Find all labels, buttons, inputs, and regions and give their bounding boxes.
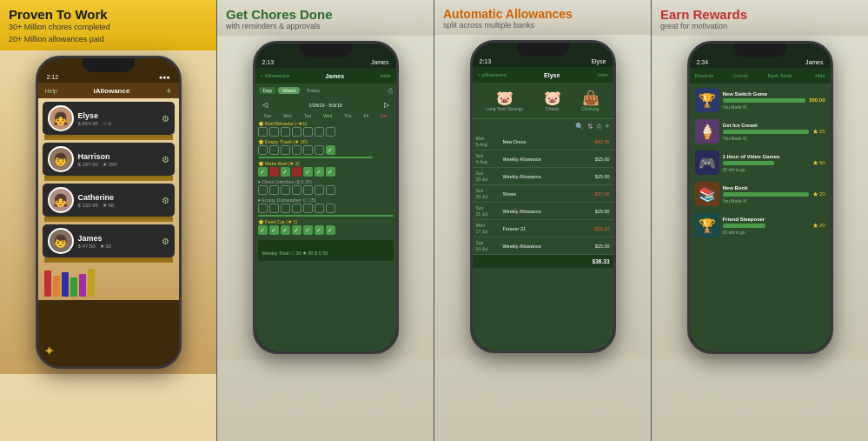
- bank-tab-charity[interactable]: 🐷 Charity: [544, 90, 561, 111]
- tab-week[interactable]: Week: [278, 87, 300, 94]
- panel-get-chores-done: Get Chores Done with reminders & approva…: [216, 0, 434, 441]
- cb[interactable]: [292, 145, 301, 155]
- cb[interactable]: [269, 145, 279, 155]
- reward-item-sleepover: 🏆 Friend Sleepover 20 left to go. ★ 20: [693, 211, 827, 239]
- cb-checked[interactable]: ✓: [326, 225, 335, 235]
- p4-hide[interactable]: Hide: [815, 73, 825, 78]
- reward-thumb-videogames: 🎮: [695, 150, 719, 175]
- cb-checked[interactable]: ✓: [315, 225, 324, 235]
- tab-day[interactable]: Day: [259, 87, 277, 94]
- reward-status-sleepover: 20 left to go.: [723, 230, 809, 235]
- cb[interactable]: [258, 185, 268, 195]
- cb[interactable]: [303, 127, 313, 137]
- cb[interactable]: [292, 185, 301, 195]
- cb[interactable]: [303, 145, 313, 155]
- cb-checked[interactable]: ✓: [326, 167, 335, 177]
- cb[interactable]: [292, 127, 301, 137]
- day-wed: Wed: [323, 113, 332, 118]
- cb[interactable]: [315, 145, 324, 155]
- user-name-james: James: [78, 234, 157, 243]
- cb-checked[interactable]: ✓: [292, 225, 301, 235]
- reward-status-videogames: 20 left to go.: [723, 167, 809, 172]
- gear-icon-elyse[interactable]: ⚙: [162, 114, 169, 124]
- cb-red[interactable]: [269, 167, 279, 177]
- cb[interactable]: [269, 185, 279, 195]
- chore-empty-trash: ⭐ Empty Trash (★ 20) ✓: [258, 139, 394, 158]
- phone-3: 2:13 Elyse < iAllowance Elyse Hide 🐷 Lon…: [470, 40, 616, 353]
- reward-status-icecream: You Made It!: [723, 136, 809, 141]
- cb[interactable]: [303, 204, 313, 213]
- cb[interactable]: [281, 145, 290, 155]
- cb[interactable]: [269, 127, 279, 137]
- search-icon[interactable]: 🔍: [575, 123, 584, 130]
- chore-make-bed: ⭐ Make Bed (★ 2) ✓ ✓ ✓ ✓ ✓: [258, 161, 394, 177]
- reward-thumb-book: 📚: [695, 182, 719, 206]
- phone-2-notch: [300, 43, 352, 57]
- panel-2-subtitle: with reminders & approvals: [226, 22, 425, 30]
- p2-nav-hide[interactable]: Hide: [380, 73, 390, 78]
- star-icon-icecream: ★: [812, 128, 818, 136]
- cb-checked[interactable]: ✓: [315, 167, 324, 177]
- phone-3-notch: [517, 43, 569, 57]
- panel-3-subtitle: split across multiple banks: [443, 21, 642, 30]
- p4-nav-rewards[interactable]: Rewards: [695, 73, 714, 78]
- p4-nav-chores[interactable]: Chores: [733, 73, 749, 78]
- add-transaction-icon[interactable]: +: [605, 122, 609, 130]
- cb[interactable]: [315, 185, 324, 195]
- cb[interactable]: [269, 204, 279, 213]
- reward-bar-videogames: [723, 161, 775, 165]
- chores-screen: 2:13 James < iAllowance James Hide Day W…: [255, 43, 396, 351]
- cb[interactable]: [281, 127, 290, 137]
- stars-sleepover: 20: [819, 223, 825, 228]
- stars-book: 20: [819, 191, 825, 197]
- cb-checked[interactable]: ✓: [303, 167, 313, 177]
- bank-tab-longterm[interactable]: 🐷 Long Term Savings: [486, 90, 523, 111]
- filter-icon[interactable]: ⇅: [587, 123, 593, 130]
- panel-4-subtitle: great for motivation: [660, 22, 859, 30]
- cb[interactable]: [258, 204, 268, 213]
- tab-today[interactable]: Today: [301, 87, 324, 94]
- cb-checked[interactable]: ✓: [326, 145, 335, 155]
- cb[interactable]: [315, 127, 324, 137]
- cb-red[interactable]: [292, 167, 301, 177]
- cb[interactable]: [258, 127, 268, 137]
- p3-nav-hide[interactable]: Hide: [597, 72, 607, 77]
- share-icon[interactable]: ⎙: [597, 123, 601, 130]
- gear-icon-james[interactable]: ⚙: [162, 237, 169, 246]
- cb-checked[interactable]: ✓: [303, 225, 313, 235]
- cb-checked[interactable]: ✓: [281, 225, 290, 235]
- cb[interactable]: [258, 145, 268, 155]
- p1-signal: ●●●: [159, 74, 170, 80]
- p3-nav-back[interactable]: < iAllowance: [478, 72, 507, 77]
- cb-checked[interactable]: ✓: [281, 167, 290, 177]
- p3-time: 2:13: [480, 58, 492, 64]
- gear-icon-harrison[interactable]: ⚙: [162, 155, 169, 164]
- transaction-row-5: Sun21-Jul Weekly Allowance $15.00: [473, 203, 613, 220]
- p1-help[interactable]: Help: [45, 88, 57, 94]
- cb[interactable]: [292, 204, 301, 213]
- week-next[interactable]: ▷: [384, 101, 389, 109]
- cb[interactable]: [281, 204, 290, 213]
- cb[interactable]: [326, 204, 335, 213]
- cb-checked[interactable]: ✓: [269, 225, 279, 235]
- day-tue: Tue: [304, 113, 311, 118]
- cb-checked[interactable]: ✓: [258, 225, 268, 235]
- bank-tab-clothing[interactable]: 👜 Clothing: [581, 90, 599, 111]
- p4-nav-bank-totals[interactable]: Bank Totals: [768, 73, 792, 78]
- week-prev[interactable]: ◁: [262, 101, 268, 109]
- cb[interactable]: [315, 204, 324, 213]
- gear-icon-catherine[interactable]: ⚙: [162, 196, 169, 205]
- cb[interactable]: [303, 185, 313, 195]
- chore-clean-litterbox: ● Clean Litterbox ($ 0.25): [258, 179, 394, 195]
- cb-checked[interactable]: ✓: [258, 167, 268, 177]
- cb[interactable]: [326, 127, 335, 137]
- p2-nav-back[interactable]: < iAllowance: [261, 73, 290, 78]
- cb[interactable]: [281, 185, 290, 195]
- panel-4-title: Earn Rewards: [660, 7, 859, 22]
- star-decoration: ✦: [43, 343, 55, 359]
- cb[interactable]: [326, 185, 335, 195]
- transaction-row-1: Mon5-Aug New Dress -$42.36: [473, 133, 613, 150]
- reward-cost-switch: $50.00: [809, 97, 825, 103]
- weekly-total: Weekly Total: □ 30 ★ 30 $ 0.50: [262, 251, 328, 256]
- p1-add-btn[interactable]: +: [166, 85, 171, 96]
